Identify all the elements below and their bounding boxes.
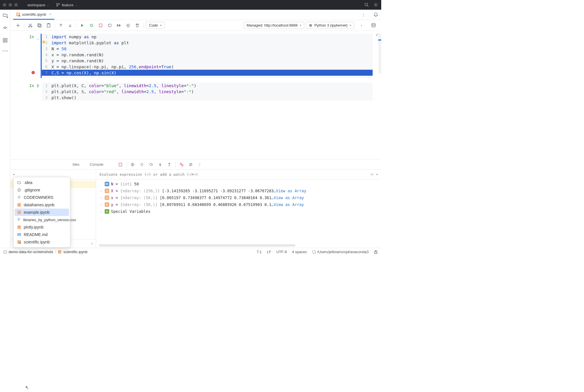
- encoding[interactable]: UTF-8: [276, 250, 287, 254]
- file-item-selected[interactable]: example.ipynb: [15, 209, 69, 216]
- expand-icon[interactable]: ›: [99, 203, 103, 206]
- close-window[interactable]: [3, 3, 6, 7]
- chevron-down-icon: ▾: [350, 24, 351, 27]
- database-icon[interactable]: [370, 22, 377, 29]
- lock-icon[interactable]: [374, 250, 378, 254]
- interpreter[interactable]: /Users/jetbrains/opt/anaconda3: [312, 250, 369, 254]
- window-controls: [3, 3, 18, 7]
- variable-row[interactable]: › ≡ X = {ndarray: (256,)} [-3.14159265 -…: [96, 187, 381, 194]
- step-out-button[interactable]: [166, 161, 172, 168]
- titlebar: workspace ⌄ feature ⌄: [0, 0, 381, 10]
- file-item[interactable]: .idea: [13, 179, 70, 186]
- file-item[interactable]: scientific.ipynb: [13, 238, 70, 246]
- step-into-button[interactable]: [157, 161, 163, 168]
- copy-button[interactable]: [36, 22, 43, 29]
- project-icon[interactable]: [3, 13, 8, 18]
- project-dropdown[interactable]: workspace ⌄: [25, 2, 51, 8]
- gear-icon[interactable]: [373, 2, 378, 7]
- clear-button[interactable]: [124, 22, 132, 29]
- move-down-button[interactable]: [66, 22, 74, 29]
- more-icon[interactable]: [3, 50, 8, 51]
- code-cell[interactable]: In _ 1import numpy as np 2import matplot…: [25, 34, 381, 78]
- left-toolbar: [0, 10, 10, 248]
- view-breakpoints-button[interactable]: [178, 161, 185, 168]
- more-vert-icon[interactable]: ⋮: [361, 13, 365, 17]
- view-as-array-link[interactable]: …View as Array: [271, 202, 304, 207]
- horizontal-scrollbar[interactable]: [99, 244, 295, 247]
- svg-rect-20: [39, 25, 41, 27]
- text-icon: [17, 195, 21, 200]
- maximize-window[interactable]: [14, 3, 18, 7]
- move-up-button[interactable]: [57, 22, 65, 29]
- file-tab-scientific[interactable]: scientific.ipynb ×: [13, 10, 54, 20]
- minimize-window[interactable]: [9, 3, 12, 7]
- cell-type-dropdown[interactable]: Code ▾: [146, 22, 165, 29]
- run-all-button[interactable]: [115, 22, 123, 29]
- cut-button[interactable]: [27, 22, 34, 29]
- cell-body[interactable]: 1import numpy as np 2import matplotlib.p…: [42, 34, 373, 78]
- view-as-array-link[interactable]: …View as Array: [274, 189, 306, 193]
- chevron-down-icon[interactable]: ▾: [376, 173, 378, 176]
- panel-tab-variables[interactable]: bles: [70, 161, 82, 168]
- stop-button[interactable]: [117, 161, 124, 168]
- more-vert-icon[interactable]: ⋮: [197, 161, 203, 168]
- notifications-icon[interactable]: [373, 12, 378, 17]
- evaluate-input[interactable]: [100, 172, 370, 177]
- step-over-button[interactable]: [148, 161, 154, 168]
- expand-icon[interactable]: ›: [358, 22, 365, 29]
- commit-icon[interactable]: [3, 25, 8, 30]
- breakpoint-icon[interactable]: [31, 71, 35, 74]
- panel-tab-console[interactable]: Console: [88, 161, 106, 168]
- paste-button[interactable]: [45, 22, 52, 29]
- file-item[interactable]: MDREADME.md: [13, 231, 70, 238]
- variable-row[interactable]: › ⊞ Special Variables: [96, 208, 381, 215]
- chevron-down-icon[interactable]: ▾: [13, 173, 15, 176]
- variable-row[interactable]: › ≡ x = {ndarray: (50,)} [0.065197 0.734…: [96, 194, 381, 201]
- cursor-position[interactable]: 7:1: [257, 250, 262, 254]
- add-cell-button[interactable]: [14, 22, 22, 29]
- mute-breakpoints-button[interactable]: [188, 161, 194, 168]
- file-item[interactable]: CODEOWNERS: [13, 194, 70, 201]
- kernel-status-icon: [309, 24, 312, 27]
- restart-button[interactable]: [106, 22, 114, 29]
- server-dropdown[interactable]: Managed: http://localhost:8888 ▾: [244, 22, 305, 29]
- expand-icon[interactable]: ›: [99, 189, 103, 193]
- current-line[interactable]: 7C,S = np.cos(X), np.sin(X): [42, 70, 373, 76]
- breadcrumb[interactable]: demo-data-for-screenshots › scientific.i…: [3, 250, 88, 254]
- pause-button[interactable]: [139, 161, 145, 168]
- cell-body[interactable]: 1plt.plot(X, C, color="blue", linewidth=…: [42, 83, 373, 101]
- svg-rect-19: [38, 24, 40, 26]
- file-item[interactable]: dataframes.ipynb: [13, 201, 70, 209]
- file-item[interactable]: .gitignore: [13, 186, 70, 194]
- expand-icon[interactable]: ›: [99, 210, 103, 213]
- run-button[interactable]: [79, 22, 86, 29]
- svg-rect-21: [47, 24, 50, 27]
- resume-button[interactable]: [130, 161, 136, 168]
- add-watch-icon[interactable]: +᳢: [370, 172, 374, 177]
- stop-button[interactable]: [97, 22, 104, 29]
- file-item[interactable]: libraries_by_python_version.csv: [13, 216, 70, 223]
- array-badge-icon: ≡: [105, 202, 109, 207]
- warning-icon[interactable]: [42, 41, 45, 43]
- branch-dropdown[interactable]: feature ⌄: [54, 2, 80, 8]
- file-picker-popup[interactable]: .idea .gitignore CODEOWNERS dataframes.i…: [13, 177, 70, 248]
- file-item[interactable]: plotly.ipynb: [13, 223, 70, 231]
- debug-button[interactable]: [88, 22, 95, 29]
- variable-row[interactable]: › ≡ y = {ndarray: (50,)} [0.89769911 0.6…: [96, 201, 381, 208]
- search-icon[interactable]: [364, 2, 369, 7]
- code-cell[interactable]: In 3 1plt.plot(X, C, color="blue", linew…: [25, 83, 381, 101]
- structure-icon[interactable]: [3, 38, 8, 43]
- view-as-array-link[interactable]: …View as Array: [271, 195, 304, 200]
- notebook-editor[interactable]: ✓ In _ 1import numpy as np 2import matpl…: [10, 31, 381, 159]
- project-name: workspace: [27, 3, 45, 7]
- delete-button[interactable]: [134, 22, 141, 29]
- close-icon[interactable]: ×: [91, 242, 93, 246]
- chevron-down-icon: ⌄: [47, 3, 49, 7]
- kernel-dropdown[interactable]: Python 3 (ipykernel) ▾: [306, 22, 354, 29]
- indent[interactable]: 4 spaces: [292, 250, 307, 254]
- variables-list[interactable]: 01 N = {int} 50 › ≡ X = {ndarray: (256,)…: [96, 179, 381, 244]
- expand-icon[interactable]: ›: [99, 196, 103, 199]
- variable-row[interactable]: 01 N = {int} 50: [96, 181, 381, 187]
- close-icon[interactable]: ×: [49, 12, 51, 17]
- line-ending[interactable]: LF: [267, 250, 271, 254]
